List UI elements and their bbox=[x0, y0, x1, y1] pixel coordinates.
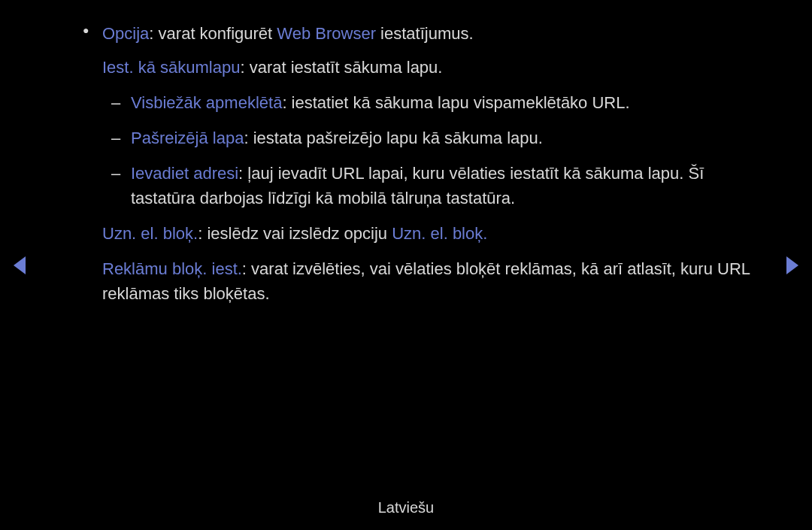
nav-next-button[interactable] bbox=[786, 256, 798, 274]
homepage-text: : varat iestatīt sākuma lapu. bbox=[240, 58, 442, 77]
most-visited-text: : iestatiet kā sākuma lapu vispameklētāk… bbox=[282, 93, 629, 112]
popup-block-label: Uzn. el. bloķ. bbox=[102, 224, 198, 243]
current-page-item: Pašreizējā lapa: iestata pašreizējo lapu… bbox=[83, 126, 752, 150]
popup-block-highlight: Uzn. el. bloķ. bbox=[392, 224, 487, 243]
popup-block-text1: : ieslēdz vai izslēdz opciju bbox=[198, 224, 392, 243]
current-page-label: Pašreizējā lapa bbox=[131, 129, 244, 147]
popup-block-item: Uzn. el. bloķ.: ieslēdz vai izslēdz opci… bbox=[83, 221, 752, 246]
nav-prev-button[interactable] bbox=[14, 256, 26, 274]
ad-block-label: Reklāmu bloķ. iest. bbox=[102, 259, 242, 278]
most-visited-label: Visbiežāk apmeklētā bbox=[131, 93, 282, 112]
option-text2: iestatījumus. bbox=[376, 24, 474, 43]
enter-address-item: Ievadiet adresi: ļauj ievadīt URL lapai,… bbox=[83, 161, 752, 210]
option-text1: : varat konfigurēt bbox=[149, 24, 277, 43]
option-highlight: Web Browser bbox=[277, 24, 376, 43]
footer-language: Latviešu bbox=[0, 499, 812, 516]
current-page-text: : iestata pašreizējo lapu kā sākuma lapu… bbox=[244, 129, 542, 147]
homepage-item: Iest. kā sākumlapu: varat iestatīt sākum… bbox=[83, 55, 752, 80]
most-visited-item: Visbiežāk apmeklētā: iestatiet kā sākuma… bbox=[83, 90, 752, 115]
content-area: Opcija: varat konfigurēt Web Browser ies… bbox=[0, 0, 812, 306]
ad-block-item: Reklāmu bloķ. iest.: varat izvēlēties, v… bbox=[83, 256, 752, 306]
option-item: Opcija: varat konfigurēt Web Browser ies… bbox=[83, 21, 752, 46]
option-label: Opcija bbox=[102, 24, 149, 43]
enter-address-label: Ievadiet adresi bbox=[131, 164, 238, 183]
homepage-label: Iest. kā sākumlapu bbox=[102, 58, 240, 77]
